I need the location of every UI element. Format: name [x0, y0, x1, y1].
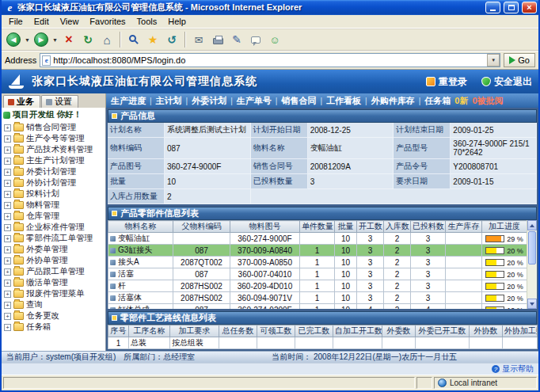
expand-icon[interactable]: + [4, 235, 11, 242]
parts-column-header[interactable]: 物料图号 [230, 221, 300, 233]
expand-icon[interactable]: + [4, 191, 11, 198]
route-column-header[interactable]: 可领工数 [257, 325, 295, 337]
history-button[interactable]: ↺ [163, 30, 181, 49]
menu-item-file[interactable]: File [3, 16, 29, 27]
parts-column-header[interactable]: 入库数 [384, 221, 411, 233]
menu-item-view[interactable]: View [55, 16, 85, 27]
nav-item[interactable]: 主计划 [156, 95, 182, 107]
parts-column-header[interactable]: 加工进度 [482, 221, 527, 233]
tree-item[interactable]: +投料计划 [4, 188, 105, 200]
refresh-button[interactable]: ↻ [79, 30, 97, 49]
address-input[interactable]: e http://localhost:8080/MPS/login.do ▼ [40, 53, 500, 67]
route-column-header[interactable]: 外委数 [382, 325, 416, 337]
parts-row[interactable]: 缸体总成087360-274-9200F11042419 % [108, 304, 527, 310]
tree-item[interactable]: +任务箱 [4, 322, 105, 333]
tree-item[interactable]: +外委单管理 [4, 244, 105, 255]
expand-icon[interactable]: + [4, 213, 11, 220]
scroll-track[interactable] [527, 265, 537, 299]
tree-item[interactable]: +主生产计划管理 [4, 155, 105, 166]
parts-row[interactable]: 杆2087HS002360-209-4D01011032320 % [108, 280, 527, 292]
stop-button[interactable]: × [60, 30, 78, 49]
nav-item[interactable]: 工作看板 [326, 95, 361, 107]
route-column-header[interactable]: 已完工数 [295, 325, 333, 337]
search-button[interactable] [125, 30, 143, 49]
parts-column-header[interactable]: 单件数量 [300, 221, 335, 233]
tree-item[interactable]: +外协单管理 [4, 255, 105, 266]
expand-icon[interactable]: + [4, 257, 11, 265]
menu-item-help[interactable]: Help [162, 16, 192, 27]
route-column-header[interactable]: 总任务数 [219, 325, 257, 337]
help-link[interactable]: ? 显示帮助 [492, 363, 534, 375]
parts-column-header[interactable]: 物料名称 [108, 221, 173, 233]
parts-column-header[interactable]: 已投料数 [411, 221, 446, 233]
route-column-header[interactable]: 自加工开工数 [333, 325, 382, 337]
menu-item-tools[interactable]: Tools [131, 16, 163, 27]
route-column-header[interactable]: 序号 [108, 325, 129, 337]
expand-icon[interactable]: + [4, 158, 11, 165]
nav-item[interactable]: 外委计划 [192, 95, 226, 107]
parts-column-header[interactable]: 生产库存 [446, 221, 482, 233]
discuss-button[interactable] [247, 30, 264, 49]
nav-item[interactable]: 生产单号 [237, 95, 272, 107]
expand-icon[interactable]: + [4, 324, 11, 331]
back-dropdown[interactable]: ▼ [24, 37, 31, 43]
tree-item[interactable]: +外委计划管理 [4, 166, 105, 177]
logout-button[interactable]: 安全退出 [481, 75, 532, 89]
tree-item[interactable]: +生产令号等管理 [4, 133, 105, 144]
expand-icon[interactable]: + [4, 147, 11, 154]
favorites-button[interactable]: ★ [144, 30, 162, 49]
tree-item[interactable]: +销售合同管理 [4, 122, 105, 133]
scroll-thumb[interactable] [528, 231, 536, 265]
tree-item[interactable]: +企业标准件管理 [4, 222, 105, 233]
tree-item[interactable]: +零部件流工单管理 [4, 233, 105, 244]
parts-row[interactable]: 变幅油缸360-274-9000F1032329 % [108, 233, 527, 245]
expand-icon[interactable]: + [4, 169, 11, 176]
home-button[interactable]: ⌂ [98, 30, 116, 49]
expand-icon[interactable]: + [4, 313, 11, 320]
menu-item-favorites[interactable]: Favorites [84, 16, 131, 27]
messenger-button[interactable]: ☺ [266, 30, 283, 49]
expand-icon[interactable]: + [4, 268, 11, 276]
tab-business[interactable]: 业务 [3, 95, 40, 108]
route-column-header[interactable]: 外协数 [470, 325, 503, 337]
expand-icon[interactable]: + [4, 180, 11, 187]
print-button[interactable] [209, 30, 226, 49]
back-button[interactable]: ◀ [5, 30, 22, 49]
expand-icon[interactable]: + [4, 224, 11, 231]
mail-button[interactable]: ✉ [190, 30, 207, 49]
tree-item[interactable]: +缴活单管理 [4, 277, 105, 288]
tree-item[interactable]: +仓务更改 [4, 310, 105, 322]
tree-item[interactable]: +物料管理 [4, 200, 105, 211]
close-button[interactable]: × [522, 2, 537, 13]
forward-dropdown[interactable]: ▼ [51, 37, 59, 43]
scroll-down-icon[interactable] [527, 299, 537, 309]
parts-row[interactable]: G3缸接头087370-009-A084011032320 % [108, 245, 527, 257]
tree-item[interactable]: +报废件管理菜单 [4, 288, 105, 299]
maximize-button[interactable] [504, 2, 519, 13]
tree-item[interactable]: +产品跟工单管理 [4, 266, 105, 277]
route-column-header[interactable]: 外委已开工数 [416, 325, 470, 337]
route-column-header[interactable]: 工序名称 [129, 325, 170, 337]
tree-item[interactable]: +产品技术资料管理 [4, 144, 105, 155]
scroll-up-icon[interactable] [527, 220, 537, 230]
tree-item[interactable]: +外协计划管理 [4, 177, 105, 188]
expand-icon[interactable]: + [4, 246, 11, 253]
go-button[interactable]: Go [504, 53, 535, 67]
expand-icon[interactable]: + [4, 280, 11, 287]
parts-column-header[interactable]: 开工数 [357, 221, 384, 233]
nav-item[interactable]: 任务箱 [424, 95, 451, 107]
route-row[interactable]: 1总装按总组装 [108, 337, 538, 349]
parts-row[interactable]: 活塞087360-007-0401011032320 % [108, 268, 527, 280]
expand-icon[interactable]: + [4, 302, 11, 309]
route-column-header[interactable]: 外协加工数 [503, 325, 538, 337]
edit-button[interactable]: ✎ [228, 30, 245, 49]
parts-column-header[interactable]: 父物料编码 [173, 221, 230, 233]
menu-item-edit[interactable]: Edit [29, 16, 55, 27]
nav-item[interactable]: 外购件库存 [371, 95, 415, 107]
route-column-header[interactable]: 加工要求 [170, 325, 219, 337]
expand-icon[interactable]: + [4, 202, 11, 209]
tree-item[interactable]: +仓库管理 [4, 211, 105, 222]
parts-scrollbar[interactable] [527, 220, 537, 309]
expand-icon[interactable]: + [4, 135, 11, 143]
tree-item[interactable]: +查询 [4, 299, 105, 310]
